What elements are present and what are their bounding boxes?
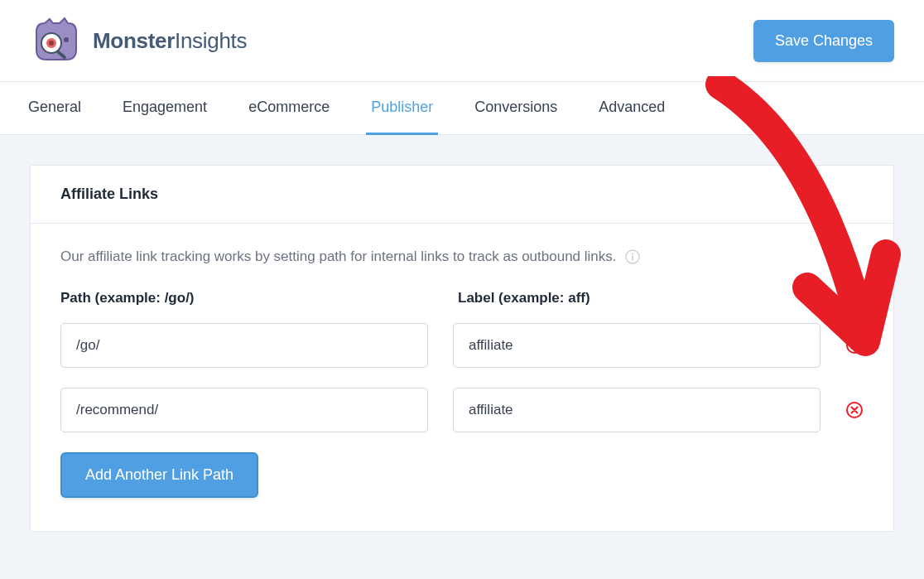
add-link-path-button[interactable]: Add Another Link Path [60, 452, 258, 498]
card-description: Our affiliate link tracking works by set… [60, 248, 864, 265]
path-column-label: Path (example: /go/) [60, 290, 433, 306]
tab-general[interactable]: General [23, 82, 86, 135]
svg-point-4 [64, 37, 69, 42]
svg-point-2 [49, 41, 54, 46]
content: Affiliate Links Our affiliate link track… [0, 135, 924, 562]
link-row [60, 388, 864, 432]
tab-ecommerce[interactable]: eCommerce [243, 82, 334, 135]
label-input[interactable] [453, 323, 821, 368]
path-input[interactable] [60, 323, 428, 368]
tab-conversions[interactable]: Conversions [469, 82, 562, 135]
info-icon[interactable] [625, 249, 640, 264]
card-title: Affiliate Links [31, 166, 893, 224]
logo: MonsterInsights [30, 17, 247, 65]
save-changes-button[interactable]: Save Changes [753, 20, 894, 62]
affiliate-links-card: Affiliate Links Our affiliate link track… [30, 165, 894, 532]
tabs-nav: General Engagement eCommerce Publisher C… [0, 82, 924, 135]
link-row [60, 323, 864, 368]
label-column-label: Label (example: aff) [458, 290, 830, 306]
monster-logo-icon [30, 17, 81, 65]
logo-text: MonsterInsights [93, 28, 247, 54]
remove-row-button[interactable] [845, 401, 864, 419]
form-labels: Path (example: /go/) Label (example: aff… [60, 290, 864, 306]
tab-advanced[interactable]: Advanced [594, 82, 670, 135]
svg-rect-7 [632, 256, 633, 261]
svg-point-6 [632, 253, 633, 255]
remove-row-button[interactable] [845, 336, 864, 355]
tab-publisher[interactable]: Publisher [366, 82, 438, 135]
header: MonsterInsights Save Changes [0, 0, 924, 82]
tab-engagement[interactable]: Engagement [118, 82, 212, 135]
path-input[interactable] [60, 388, 428, 432]
label-input[interactable] [453, 388, 821, 432]
